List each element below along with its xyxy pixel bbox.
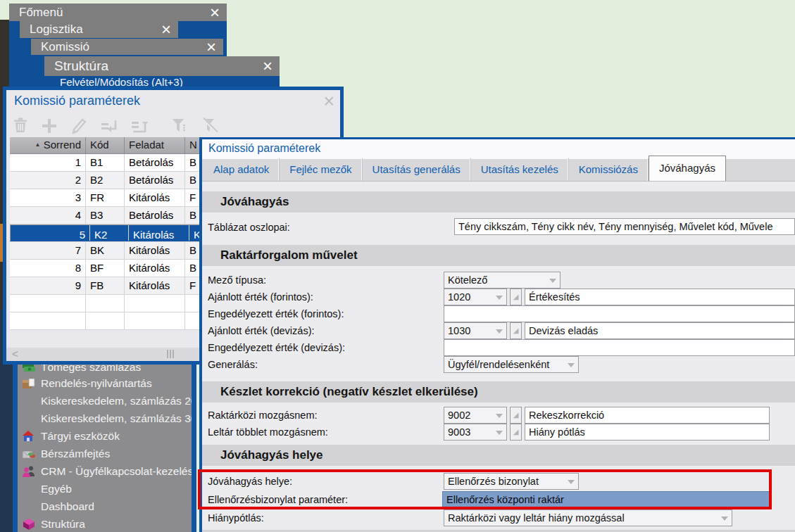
chevron-down-icon	[568, 363, 575, 367]
ellenorzesbizonylat-input[interactable]: Ellenőrzés központi raktár	[442, 491, 771, 508]
house-icon	[22, 430, 36, 443]
form-title: Komissió paraméterek	[208, 142, 320, 155]
jovahagyas-helye-value: Ellenőrzés bizonylat	[448, 476, 539, 487]
structure-cube-icon	[22, 518, 36, 531]
sidebar-item-label: Dashboard	[41, 500, 94, 513]
raktarkozi-combo[interactable]: 9002	[444, 407, 507, 424]
scroll-left-icon[interactable]: <	[12, 348, 18, 360]
sidebar-item-struktura[interactable]: Struktúra	[18, 515, 192, 532]
tab-alap-adatok[interactable]: Alap adatok	[204, 158, 280, 181]
tab-jovahagyas[interactable]: Jóváhagyás	[649, 156, 726, 181]
window-struktura: Struktúra × Felvétel/Módosítás (Alt+3)	[44, 56, 280, 87]
sidebar-item-targyi-eszkozok[interactable]: Tárgyi eszközök	[18, 427, 192, 445]
sidebar-item-label: Bérszámfejtés	[41, 448, 110, 460]
window-title: Főmenü	[19, 6, 63, 20]
leltar-desc-input[interactable]: Hiány pótlás	[525, 424, 770, 441]
column-header-feladat[interactable]: Feladat	[125, 137, 185, 153]
sidebar-item-egyeb[interactable]: Egyéb	[18, 480, 192, 498]
ajanlott-devizas-label: Ajánlott érték (devizás):	[208, 322, 315, 339]
close-icon[interactable]: ×	[323, 90, 334, 113]
export-icon[interactable]	[129, 116, 150, 135]
window-title: Struktúra	[54, 58, 108, 74]
ajanlott-devizas-code: 1030	[448, 325, 470, 336]
tab-fejlec-mezok[interactable]: Fejléc mezők	[280, 158, 362, 181]
package-icon	[22, 377, 36, 390]
filter-icon[interactable]	[169, 116, 190, 135]
chevron-down-icon	[568, 480, 575, 484]
tablazat-oszlopai-label: Táblázat oszlopai:	[208, 219, 290, 236]
add-icon[interactable]	[39, 116, 59, 135]
ajanlott-forintos-combo[interactable]: 1020	[444, 289, 507, 305]
close-icon[interactable]: ×	[161, 21, 171, 38]
dialog-title: Komissió paraméterek	[14, 94, 140, 108]
engedelyezett-forintos-input[interactable]	[444, 305, 795, 322]
generalas-select[interactable]: Ügyfél/rendelésenként	[444, 356, 579, 373]
tab-utasitas-kezeles[interactable]: Utasítás kezelés	[471, 158, 569, 181]
sidebar-item-kiskereskedelem-30[interactable]: Kiskereskedelem, számlázás 30	[18, 410, 192, 427]
window-fomenu-titlebar[interactable]: Főmenü ×	[9, 4, 227, 21]
window-title: Komissió	[41, 40, 89, 54]
chevron-down-icon	[496, 414, 503, 418]
crm-people-icon	[22, 465, 36, 478]
chevron-down-icon	[496, 431, 503, 435]
lookup-button[interactable]: ◢	[510, 424, 522, 441]
sidebar-item-rendeles-nyilvantartas[interactable]: Rendelés-nyilvántartás	[18, 374, 192, 392]
filter-clear-icon[interactable]	[199, 116, 220, 135]
ajanlott-devizas-combo[interactable]: 1030	[444, 322, 507, 339]
column-header-kod[interactable]: Kód	[86, 137, 125, 153]
close-icon[interactable]: ×	[263, 58, 273, 75]
chevron-down-icon	[721, 517, 728, 521]
engedelyezett-devizas-input[interactable]	[444, 339, 795, 356]
leltar-combo[interactable]: 9003	[444, 424, 507, 441]
window-komissio-titlebar[interactable]: Komissió ×	[31, 39, 223, 55]
tab-utasitas-generalas[interactable]: Utasítás generálás	[363, 158, 471, 181]
section-header-jovahagyas-helye: Jóváhagyás helye	[202, 445, 795, 466]
hianypotlas-label: Hiánypótlás:	[208, 509, 264, 526]
ajanlott-forintos-label: Ajánlott érték (forintos):	[208, 289, 313, 305]
sidebar-item-berszamfejtes[interactable]: Bérszámfejtés	[18, 445, 192, 462]
ajanlott-forintos-code: 1020	[448, 291, 470, 303]
lookup-button[interactable]: ◢	[510, 407, 522, 424]
sidebar-item-label: Egyéb	[41, 483, 72, 495]
sidebar-item-label: Rendelés-nyilvántartás	[41, 377, 152, 390]
sidebar-item-label: CRM - Ügyfélkapcsolat-kezelés	[41, 465, 192, 478]
window-logisztika-titlebar[interactable]: Logisztika ×	[20, 21, 178, 38]
ajanlott-forintos-desc-input[interactable]: Értékesítés	[525, 289, 795, 305]
ajanlott-devizas-desc-input[interactable]: Devizás eladás	[525, 322, 795, 339]
mezo-tipusa-value: Kötelező	[448, 274, 487, 286]
sidebar-item-dashboard[interactable]: Dashboard	[18, 498, 192, 515]
sort-ascending-icon: ▲	[35, 141, 41, 148]
hianypotlas-select[interactable]: Raktárközi vagy leltár hiány mozgással	[444, 509, 732, 526]
mezo-tipusa-select[interactable]: Kötelező	[444, 272, 561, 289]
edit-icon[interactable]	[68, 116, 89, 135]
import-icon[interactable]	[99, 116, 120, 135]
sidebar-item-label: Kiskereskedelem, számlázás 30	[41, 412, 192, 425]
engedelyezett-devizas-label: Engedélyezett érték (devizás):	[208, 339, 345, 356]
lookup-button[interactable]: ◢	[510, 322, 522, 339]
tablazat-oszlopai-input[interactable]: Tény cikkszám, Tény cikk név, Tény menny…	[454, 218, 795, 235]
dialog-header: Komissió paraméterek ×	[6, 90, 340, 114]
window-struktura-titlebar[interactable]: Struktúra ×	[44, 56, 280, 76]
sidebar-item-label: Tárgyi eszközök	[41, 430, 120, 443]
payroll-icon	[22, 448, 36, 460]
leltar-label: Leltár többlet mozgásnem:	[208, 424, 328, 441]
scrollbar-grip-icon[interactable]	[167, 350, 174, 358]
sidebar-item-crm[interactable]: CRM - Ügyfélkapcsolat-kezelés	[18, 462, 192, 480]
close-icon[interactable]: ×	[206, 39, 216, 56]
raktarkozi-code: 9002	[448, 410, 470, 421]
raktarkozi-desc-input[interactable]: Rekeszkorrekció	[525, 407, 770, 424]
jovahagyas-helye-select[interactable]: Ellenőrzés bizonylat	[444, 473, 579, 490]
form-tabbar: Alap adatok Fejléc mezők Utasítás generá…	[202, 159, 795, 182]
desktop: Főmenü × Logisztika × Komissió × Struktú…	[0, 0, 795, 532]
tab-komissiozas[interactable]: Komissiózás	[569, 158, 649, 181]
hianypotlas-value: Raktárközi vagy leltár hiány mozgással	[448, 512, 625, 524]
lookup-button[interactable]: ◢	[510, 289, 522, 305]
close-icon[interactable]: ×	[210, 4, 220, 21]
column-header-sorrend[interactable]: ▲ Sorrend	[10, 137, 86, 153]
window-title: Logisztika	[30, 23, 83, 37]
sidebar-item-kiskereskedelem-20[interactable]: Kiskereskedelem, számlázás 20	[18, 392, 192, 410]
delete-icon[interactable]	[11, 116, 30, 135]
chevron-down-icon	[496, 329, 503, 334]
komissio-parameterek-form: Komissió paraméterek Alap adatok Fejléc …	[199, 137, 795, 532]
sidebar-item-label: Struktúra	[41, 518, 85, 531]
